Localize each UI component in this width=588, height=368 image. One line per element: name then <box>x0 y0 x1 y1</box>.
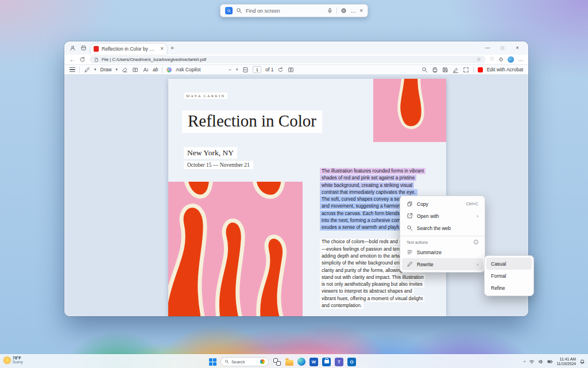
find-on-screen-bar[interactable]: Find on screen … × <box>220 4 368 17</box>
edit-with-acrobat-button[interactable]: Edit with Acrobat <box>487 67 523 72</box>
taskbar: 78°F Sunny Search W T O ^ 11:4 <box>0 354 588 368</box>
search-icon <box>225 359 229 364</box>
search-document-icon[interactable] <box>421 67 428 73</box>
menu-item-label: Rewrite <box>417 262 434 267</box>
toolbar-divider <box>162 67 163 73</box>
browser-tab[interactable]: Reflection in Color by Maya Larkin × <box>91 44 167 55</box>
maximize-button[interactable]: □ <box>495 41 510 55</box>
word-button[interactable]: W <box>310 358 318 366</box>
menu-item-rewrite[interactable]: Rewrite › <box>402 258 483 270</box>
zoom-out-button[interactable]: − <box>229 67 231 72</box>
favorites-star-icon[interactable]: ☆ <box>477 57 481 62</box>
taskbar-search-box[interactable]: Search <box>220 357 269 366</box>
menu-item-label: Summarize <box>417 250 442 255</box>
start-button[interactable] <box>209 358 216 366</box>
pdf-toolbar-right: Edit with Acrobat <box>421 67 523 73</box>
battery-icon[interactable] <box>547 359 553 365</box>
page-number-input[interactable]: 1 <box>253 66 261 73</box>
workspaces-icon[interactable] <box>80 45 87 51</box>
sun-icon <box>4 357 10 363</box>
edge-browser-button[interactable] <box>297 358 305 366</box>
wifi-icon[interactable] <box>529 359 535 365</box>
task-view-button[interactable] <box>273 358 281 366</box>
menu-item-label: Search the web <box>417 225 451 231</box>
submenu-arrow-icon: › <box>477 262 478 267</box>
fit-page-icon[interactable] <box>242 67 249 73</box>
menu-shortcut: Ctrl+C <box>466 201 478 206</box>
browser-menu-icon[interactable]: … <box>518 57 523 62</box>
pdf-toolbar: ▾ Draw ▾ ab Ask Copilot − + 1 of 1 <box>64 65 528 75</box>
microphone-icon[interactable] <box>327 7 333 14</box>
new-tab-button[interactable]: + <box>171 45 174 51</box>
back-button[interactable]: ← <box>69 57 75 63</box>
widgets-weather-button[interactable]: 78°F Sunny <box>4 356 23 365</box>
draw-button[interactable]: Draw <box>100 67 112 72</box>
settings-gear-icon[interactable] <box>341 7 347 14</box>
rotate-icon[interactable] <box>277 67 284 73</box>
draw-dropdown-icon[interactable]: ▾ <box>115 67 118 72</box>
fullscreen-icon[interactable] <box>463 67 469 73</box>
rewrite-icon <box>407 261 413 267</box>
minimize-button[interactable]: — <box>480 41 495 55</box>
save-icon[interactable] <box>442 67 448 73</box>
profile-icon[interactable] <box>69 45 76 51</box>
volume-icon[interactable] <box>538 359 544 365</box>
menu-item-summarize[interactable]: Summarize <box>402 246 483 258</box>
menu-section-label: Text actions <box>407 240 428 244</box>
zoom-in-button[interactable]: + <box>235 67 238 72</box>
tray-chevron-icon[interactable]: ^ <box>524 359 526 365</box>
teams-button[interactable]: T <box>335 358 343 366</box>
close-window-button[interactable]: × <box>510 41 525 55</box>
ask-copilot-button[interactable]: Ask Copilot <box>176 67 200 72</box>
pen-dropdown-icon[interactable]: ▾ <box>94 67 96 72</box>
submenu-item-refine[interactable]: Refine <box>486 282 532 294</box>
pen-tool-icon[interactable] <box>84 67 90 73</box>
url-field[interactable]: File | C:/Users/Onedrive/s_ioza/lovegive… <box>90 56 486 63</box>
read-aloud-icon[interactable] <box>142 67 149 73</box>
menu-item-copy[interactable]: Copy Ctrl+C <box>402 198 483 210</box>
tab-title: Reflection in Color by Maya Larkin <box>102 46 157 52</box>
taskbar-search-label: Search <box>231 359 258 365</box>
doc-line: vibrant hues, offering a moment of visua… <box>320 296 424 302</box>
summarize-icon <box>407 249 413 255</box>
close-findbar-button[interactable]: × <box>359 8 363 14</box>
doc-line: stand out with clarity and impact. This … <box>320 274 425 281</box>
menu-item-open-with[interactable]: Open with › <box>402 210 483 222</box>
profile-avatar[interactable] <box>508 56 514 63</box>
extensions-puzzle-icon[interactable] <box>498 57 504 62</box>
page-layout-icon[interactable] <box>288 67 294 73</box>
pdf-favicon <box>94 46 99 52</box>
more-options-button[interactable]: … <box>350 8 356 14</box>
submenu-item-casual[interactable]: Casual <box>486 258 532 270</box>
menu-divider <box>400 236 485 236</box>
submenu-item-formal[interactable]: Formal <box>486 270 532 282</box>
refresh-icon[interactable] <box>79 56 86 63</box>
file-explorer-button[interactable] <box>285 360 293 366</box>
rewrite-submenu: Casual Formal Refine <box>484 255 534 296</box>
contents-menu-icon[interactable] <box>69 67 75 72</box>
notification-bell-icon[interactable] <box>579 359 585 365</box>
doc-line: viewers to interpret its abstract shapes… <box>320 288 414 294</box>
doc-line: shades of red and pink set against a pri… <box>320 175 416 181</box>
menu-item-search-web[interactable]: Search the web <box>402 222 483 234</box>
text-select-icon[interactable] <box>132 67 138 73</box>
store-button[interactable] <box>322 358 331 366</box>
print-icon[interactable] <box>432 67 438 73</box>
copilot-icon <box>167 67 172 72</box>
tab-close-icon[interactable]: × <box>160 46 164 52</box>
clock[interactable]: 11:41 AM 11/19/2024 <box>556 357 576 366</box>
copy-icon <box>407 201 413 207</box>
doc-line: contrast that immediately captivates the… <box>320 189 417 195</box>
bing-icon <box>260 359 265 364</box>
page-count-label: of 1 <box>265 67 273 72</box>
window-controls: — □ × <box>480 41 525 55</box>
info-icon[interactable]: i <box>474 240 478 244</box>
browser-window: Reflection in Color by Maya Larkin × + —… <box>64 41 528 316</box>
doc-line: The illustration features rounded forms … <box>320 168 425 174</box>
collections-heart-icon[interactable]: ♡ <box>490 57 494 62</box>
eraser-icon[interactable] <box>122 67 128 73</box>
outlook-button[interactable]: O <box>347 358 356 366</box>
translate-icon[interactable]: ab <box>153 67 158 72</box>
highlighter-icon[interactable] <box>452 67 459 73</box>
system-tray: ^ 11:41 AM 11/19/2024 <box>524 355 585 368</box>
